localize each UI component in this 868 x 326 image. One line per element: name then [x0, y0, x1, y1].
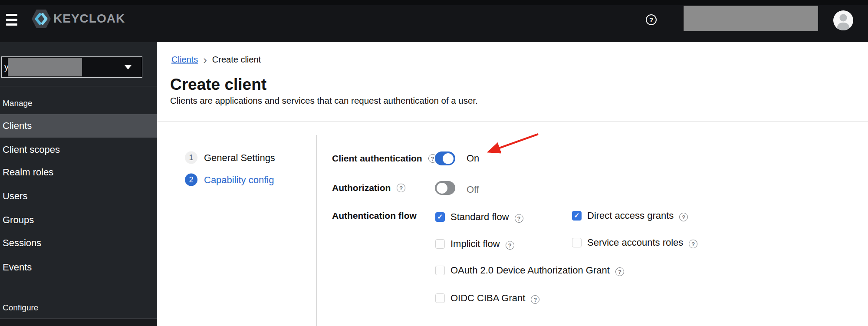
sidebar-item-groups[interactable]: Groups	[0, 208, 157, 232]
step-number: 2	[185, 174, 197, 186]
masthead: KEYCLOAK ?	[0, 0, 868, 42]
nav-section-configure: Configure	[3, 303, 38, 313]
help-icon[interactable]: ?	[397, 184, 405, 192]
breadcrumb-clients-link[interactable]: Clients	[171, 55, 198, 65]
authorization-toggle[interactable]	[435, 181, 455, 195]
redacted-realm-name	[8, 58, 82, 76]
main-content: Clients › Create client Create client Cl…	[157, 42, 868, 326]
service-accounts-roles-checkbox[interactable]	[572, 238, 582, 247]
help-icon[interactable]: ?	[679, 213, 688, 221]
chevron-down-icon	[125, 65, 132, 69]
authentication-flow-label: Authentication flow	[332, 211, 417, 221]
keycloak-brand[interactable]: KEYCLOAK	[32, 9, 125, 28]
sidebar-item-realm-roles[interactable]: Realm roles	[0, 161, 157, 184]
keycloak-admin-console: KEYCLOAK ? y Manage Clients Client scope…	[0, 0, 868, 326]
option-oauth-device-grant: OAuth 2.0 Device Authorization Grant ?	[435, 265, 624, 276]
help-icon[interactable]: ?	[515, 214, 523, 223]
sidebar-item-events[interactable]: Events	[0, 256, 157, 279]
breadcrumb-current: Create client	[212, 55, 261, 65]
help-icon[interactable]: ?	[646, 14, 657, 25]
client-authentication-label: Client authentication ?	[332, 153, 437, 164]
redacted-user-menu[interactable]	[684, 6, 818, 31]
realm-selector-dropdown[interactable]: y	[1, 56, 142, 78]
oauth-device-grant-checkbox[interactable]	[435, 266, 445, 275]
option-standard-flow: Standard flow ?	[435, 211, 523, 223]
hamburger-menu-icon[interactable]	[6, 13, 18, 25]
authorization-state: Off	[467, 184, 479, 195]
oidc-ciba-grant-checkbox[interactable]	[435, 293, 445, 303]
authorization-label: Authorization ?	[332, 183, 405, 193]
avatar[interactable]	[833, 10, 853, 30]
sidebar-item-sessions[interactable]: Sessions	[0, 231, 157, 255]
sidebar-item-client-scopes[interactable]: Client scopes	[0, 138, 157, 161]
header-divider	[157, 122, 868, 122]
sidebar-item-clients[interactable]: Clients	[0, 114, 157, 138]
page-title: Create client	[170, 76, 266, 93]
nav-section-manage: Manage	[3, 99, 33, 108]
help-icon[interactable]: ?	[689, 240, 697, 248]
option-implicit-flow: Implicit flow ?	[435, 238, 514, 250]
toggle-knob	[443, 153, 454, 164]
sidebar-divider	[0, 86, 157, 86]
user-icon	[833, 10, 853, 30]
sidebar-nav: y Manage Clients Client scopes Realm rol…	[0, 42, 157, 326]
standard-flow-checkbox[interactable]	[435, 212, 445, 222]
keycloak-logo-icon	[32, 10, 51, 28]
option-direct-access-grants: Direct access grants ?	[572, 210, 688, 221]
client-authentication-state: On	[467, 153, 479, 164]
brand-wordmark: KEYCLOAK	[53, 9, 125, 28]
help-icon[interactable]: ?	[531, 295, 539, 304]
step-number: 1	[185, 151, 197, 164]
sidebar-next-row-edge	[0, 319, 157, 326]
wizard-step-capability-config[interactable]: 2 Capability config	[185, 174, 274, 186]
wizard-divider	[316, 135, 317, 326]
direct-access-grants-checkbox[interactable]	[572, 211, 582, 221]
option-service-accounts-roles: Service accounts roles ?	[572, 237, 697, 248]
chevron-right-icon: ›	[203, 55, 207, 64]
toggle-knob	[437, 183, 447, 194]
option-oidc-ciba-grant: OIDC CIBA Grant ?	[435, 293, 539, 304]
implicit-flow-checkbox[interactable]	[435, 239, 445, 249]
help-icon[interactable]: ?	[615, 267, 624, 276]
help-icon[interactable]: ?	[506, 241, 514, 250]
wizard-step-general-settings[interactable]: 1 General Settings	[185, 151, 275, 164]
breadcrumb: Clients › Create client	[171, 55, 261, 65]
client-authentication-toggle[interactable]	[435, 151, 455, 165]
page-subtitle: Clients are applications and services th…	[170, 95, 478, 106]
sidebar-item-users[interactable]: Users	[0, 184, 157, 208]
